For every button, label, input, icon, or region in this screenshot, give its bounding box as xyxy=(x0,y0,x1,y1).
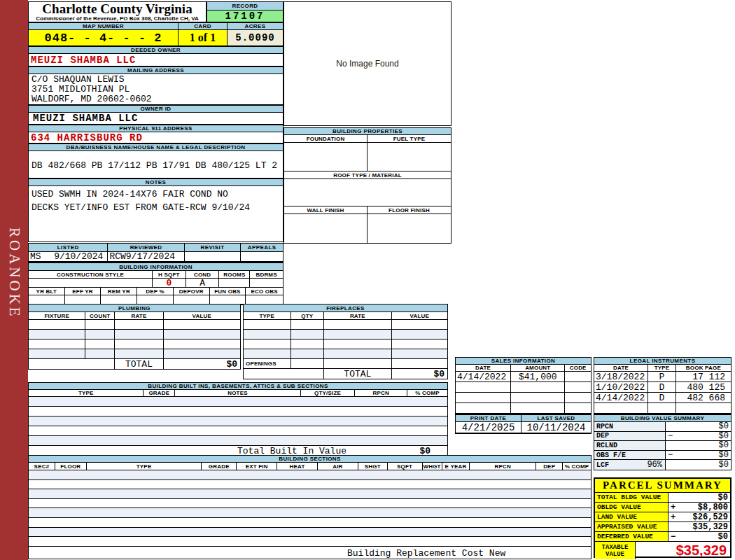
empty-cell xyxy=(565,403,591,414)
building-properties-table: FOUNDATION FUEL TYPE ROOF TYPE / MATERIA… xyxy=(284,135,451,244)
legal-description-text: DB 482/668 PB 17/112 PB 17/91 DB 480/125… xyxy=(31,160,283,171)
review-table: LISTED REVIEWED REVISIT APPEALS MS 9/10/… xyxy=(28,243,284,262)
cond-value: A xyxy=(186,279,220,288)
last-saved-value: 10/11/2024 xyxy=(522,422,591,433)
empty-cell xyxy=(29,320,85,330)
record-box: RECORD 17107 xyxy=(206,1,284,22)
bvs-row: RCLND $0 xyxy=(594,441,731,451)
legal-type: D xyxy=(648,393,676,403)
parcel-row: OBLDG VALUE +$8,800 xyxy=(595,503,730,512)
parcel-label: APPRAISED VALUE xyxy=(595,522,668,532)
bvs-value: $0 xyxy=(719,431,729,441)
sections-col-rpcn: RPCN xyxy=(470,463,536,470)
fireplaces-col-qty: QTY xyxy=(291,312,325,320)
revisit-label: REVISIT xyxy=(185,244,241,252)
notes-box: USED SWMH IN 2024-14X76 FAIR COND NO DEC… xyxy=(28,186,284,242)
legal-bookpage: 17 112 xyxy=(676,372,731,382)
listed-value: MS 9/10/2024 xyxy=(29,252,108,262)
mailing-address-label: MAILING ADDRESS xyxy=(28,66,284,74)
empty-row xyxy=(29,436,447,446)
empty-cell xyxy=(456,382,511,393)
sales-col-code: CODE xyxy=(565,365,591,372)
built-ins-table: BUILDING BUILT INS, BASEMENTS, ATTICS & … xyxy=(28,382,448,456)
openings-label: OPENINGS xyxy=(244,359,291,369)
empty-cell xyxy=(324,349,391,359)
sale-date: 4/14/2022 xyxy=(456,372,511,382)
legal-date: 4/14/2022 xyxy=(594,393,648,403)
empty-cell xyxy=(85,320,115,330)
cond-label: COND xyxy=(186,271,220,279)
owner-id-value: MEUZI SHAMBA LLC xyxy=(28,113,284,125)
empty-row xyxy=(29,470,591,480)
construction-style-value xyxy=(29,279,153,288)
parcel-value: $0 xyxy=(718,532,728,542)
taxable-value: $35,329 xyxy=(636,542,730,559)
notes-label: NOTES xyxy=(28,178,284,186)
empty-cell xyxy=(392,349,447,359)
legal-bookpage: 482 668 xyxy=(676,393,731,403)
empty-cell xyxy=(324,340,391,349)
hsqft-label: H SQFT xyxy=(153,271,186,279)
sections-col-extfin: EXT FIN xyxy=(237,463,277,470)
built-ins-col-type: TYPE xyxy=(29,390,144,397)
bvs-value: $0 xyxy=(719,440,729,450)
fireplaces-total-label: TOTAL xyxy=(324,369,391,379)
sections-col-sqft: SQFT xyxy=(388,463,423,470)
parcel-summary-table: PARCEL SUMMARY TOTAL BLDG VALUE $0 OBLDG… xyxy=(594,477,732,558)
empty-cell xyxy=(291,340,325,349)
sections-col-comp: % COMP xyxy=(563,463,591,470)
legal-row: 3/18/2022 P 17 112 xyxy=(594,372,731,382)
legal-description-label: DBA/BUISNESS NAME/HOUSE NAME & LEGAL DES… xyxy=(28,144,284,151)
empty-cell xyxy=(291,320,325,330)
legal-type: P xyxy=(648,372,676,382)
sales-row: 4/14/2022 $41,000 xyxy=(456,372,591,382)
parcel-label: TOTAL BLDG VALUE xyxy=(595,493,668,503)
sales-col-date: DATE xyxy=(456,365,511,372)
foundation-label: FOUNDATION xyxy=(284,135,368,143)
empty-cell xyxy=(244,340,291,349)
acres-label: ACRES xyxy=(227,22,284,30)
roof-type-value xyxy=(284,179,451,206)
legal-row: 4/14/2022 D 482 668 xyxy=(594,393,731,403)
commissioner-line: Commissioner of the Revenue, PO Box 308,… xyxy=(29,15,206,22)
deeded-owner-label: DEEDED OWNER xyxy=(28,46,284,54)
legal-date: 1/10/2022 xyxy=(594,382,648,393)
empty-cell xyxy=(29,330,85,340)
acres-value: 5.0090 xyxy=(227,30,284,46)
empty-cell xyxy=(244,349,291,359)
sale-amount: $41,000 xyxy=(511,372,565,382)
empty-cell xyxy=(85,330,115,340)
reviewed-date: 9/17/2024 xyxy=(126,252,175,262)
empty-cell xyxy=(392,359,447,369)
record-value: 17107 xyxy=(207,10,283,22)
funobs-label: FUN OBS xyxy=(210,288,246,295)
parcel-summary-title: PARCEL SUMMARY xyxy=(595,479,730,493)
empty-cell xyxy=(565,382,591,393)
building-sections-table: BUILDING SECTIONS SEC# FLOOR TYPE GRADE … xyxy=(28,455,592,559)
building-value-summary-title: BUILDING VALUE SUMMARY xyxy=(594,415,731,422)
bvs-row: OBS F/E −$0 xyxy=(594,451,731,461)
fuel-type-label: FUEL TYPE xyxy=(368,135,451,143)
mailing-address-box: C/O SHAQUAN LEWIS 3751 MIDLOTHIAN PL WAL… xyxy=(28,74,284,105)
empty-cell xyxy=(456,393,511,403)
sections-col-eyear: E YEAR xyxy=(442,463,470,470)
wall-finish-value xyxy=(284,214,368,243)
floor-finish-value xyxy=(368,214,451,243)
bvs-label: RCLND xyxy=(596,442,617,449)
empty-cell xyxy=(324,359,391,369)
sections-col-grade: GRADE xyxy=(202,463,237,470)
empty-cell xyxy=(511,393,565,403)
empty-row xyxy=(29,518,591,528)
legal-col-bookpage: BOOK PAGE xyxy=(676,365,731,372)
district-sidebar: ROANOKE xyxy=(0,0,28,560)
empty-cell xyxy=(244,330,291,340)
bvs-row: DEP −$0 xyxy=(594,432,731,442)
empty-row xyxy=(244,330,447,340)
parcel-value: $0 xyxy=(718,493,728,503)
sections-col-sec: SEC# xyxy=(29,463,55,470)
empty-cell xyxy=(29,359,115,369)
legal-description-box: DB 482/668 PB 17/112 PB 17/91 DB 480/125… xyxy=(28,151,284,178)
empty-row xyxy=(29,416,447,426)
openings-qty xyxy=(291,359,325,369)
sales-empty-rows xyxy=(456,382,591,414)
